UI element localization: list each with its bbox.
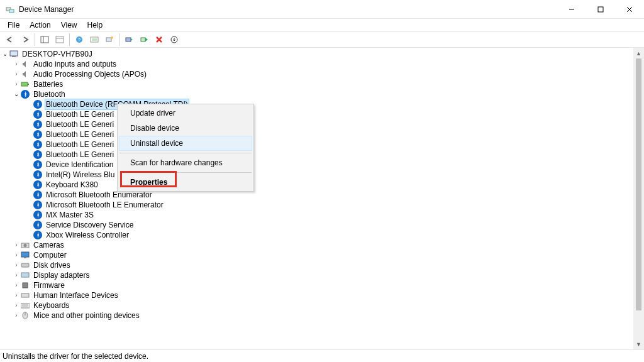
bluetooth-device-item[interactable]: ᚼService Discovery Service <box>0 220 644 230</box>
chevron-down-icon[interactable]: ⌄ <box>13 89 20 99</box>
svg-rect-28 <box>24 257 26 258</box>
category-computer[interactable]: › Computer <box>0 250 644 260</box>
camera-icon <box>20 240 30 250</box>
menu-action[interactable]: Action <box>25 20 55 30</box>
device-label: Microsoft Bluetooth LE Enumerator <box>45 200 165 210</box>
down-arrow-button[interactable] <box>167 33 182 47</box>
device-label: Bluetooth LE Generi <box>45 150 115 160</box>
ctx-uninstall-device[interactable]: Uninstall device <box>119 136 252 151</box>
svg-rect-24 <box>28 84 29 85</box>
ctx-scan-hardware[interactable]: Scan for hardware changes <box>119 155 252 170</box>
bluetooth-device-item[interactable]: ᚼBluetooth LE Generi <box>0 109 644 119</box>
category-apo[interactable]: › Audio Processing Objects (APOs) <box>0 69 644 79</box>
chevron-down-icon[interactable]: ⌄ <box>1 49 9 59</box>
bluetooth-device-item[interactable]: ᚼKeyboard K380 <box>0 180 644 190</box>
bluetooth-icon: ᚼ <box>33 220 43 230</box>
chevron-right-icon[interactable]: › <box>13 280 20 290</box>
close-button[interactable] <box>615 0 644 19</box>
forward-button[interactable] <box>18 33 33 47</box>
bluetooth-device-item[interactable]: ᚼBluetooth LE Generi <box>0 129 644 140</box>
scroll-down-button[interactable]: ▼ <box>633 339 644 349</box>
device-label: Bluetooth LE Generi <box>45 129 115 140</box>
chevron-right-icon[interactable]: › <box>13 270 20 280</box>
menu-view[interactable]: View <box>56 20 82 30</box>
svg-rect-23 <box>21 82 28 86</box>
bluetooth-device-item[interactable]: ᚼMicrosoft Bluetooth LE Enumerator <box>0 200 644 210</box>
chevron-right-icon[interactable]: › <box>13 69 20 79</box>
chevron-right-icon[interactable]: › <box>13 240 20 250</box>
bluetooth-device-item[interactable]: ᚼMicrosoft Bluetooth Enumerator <box>0 190 644 200</box>
ctx-disable-device[interactable]: Disable device <box>119 121 252 136</box>
svg-rect-31 <box>23 283 28 288</box>
svg-rect-8 <box>56 36 64 43</box>
mouse-icon <box>20 310 30 321</box>
device-label: Bluetooth LE Generi <box>45 140 115 150</box>
device-tree[interactable]: ⌄ DESKTOP-VH7B90J › Audio inputs and out… <box>0 48 644 349</box>
category-display[interactable]: › Display adapters <box>0 270 644 280</box>
chevron-right-icon[interactable]: › <box>13 310 20 321</box>
window-title: Device Manager <box>19 5 74 14</box>
svg-rect-21 <box>10 51 18 56</box>
device-label: Bluetooth LE Generi <box>45 119 115 129</box>
category-firmware[interactable]: › Firmware <box>0 280 644 290</box>
category-keyboards[interactable]: › Keyboards <box>0 300 644 310</box>
bluetooth-icon: ᚼ <box>33 230 43 240</box>
scroll-thumb[interactable] <box>636 58 641 310</box>
show-hide-tree-button[interactable] <box>37 33 52 47</box>
category-audio-io[interactable]: › Audio inputs and outputs <box>0 59 644 69</box>
menu-file[interactable]: File <box>3 20 25 30</box>
bluetooth-device-item[interactable]: ᚼDevice Identification <box>0 160 644 170</box>
root-node[interactable]: ⌄ DESKTOP-VH7B90J <box>0 49 644 59</box>
svg-rect-29 <box>21 263 29 267</box>
svg-point-15 <box>111 36 113 39</box>
bluetooth-icon: ᚼ <box>33 210 43 220</box>
scan-button[interactable] <box>102 33 117 47</box>
properties-toolbar-button[interactable] <box>52 33 67 47</box>
ctx-separator <box>119 172 252 173</box>
bluetooth-icon: ᚼ <box>33 99 43 109</box>
ctx-properties[interactable]: Properties <box>119 175 252 190</box>
titlebar: Device Manager <box>0 0 644 19</box>
category-bluetooth[interactable]: ⌄ ᚼ Bluetooth <box>0 89 644 99</box>
bluetooth-icon: ᚼ <box>33 200 43 210</box>
chevron-right-icon[interactable]: › <box>13 79 20 89</box>
help-button[interactable]: ? <box>72 33 87 47</box>
chevron-right-icon[interactable]: › <box>13 59 20 69</box>
scroll-up-button[interactable]: ▲ <box>633 48 644 58</box>
uninstall-device-button[interactable] <box>152 33 167 47</box>
svg-rect-16 <box>126 38 131 41</box>
disable-device-button[interactable] <box>136 33 152 47</box>
bluetooth-icon: ᚼ <box>20 89 30 99</box>
bluetooth-device-item[interactable]: ᚼBluetooth Device (RFCOMM Protocol TDI) <box>0 99 644 109</box>
chevron-right-icon[interactable]: › <box>13 250 20 260</box>
chevron-right-icon[interactable]: › <box>13 290 20 300</box>
category-mice[interactable]: › Mice and other pointing devices <box>0 310 644 321</box>
category-cameras[interactable]: › Cameras <box>0 240 644 250</box>
chevron-right-icon[interactable]: › <box>13 300 20 310</box>
bluetooth-device-item[interactable]: ᚼBluetooth LE Generi <box>0 150 644 160</box>
category-hid[interactable]: › Human Interface Devices <box>0 290 644 300</box>
ctx-update-driver[interactable]: Update driver <box>119 106 252 121</box>
maximize-button[interactable] <box>586 0 615 19</box>
category-batteries[interactable]: › Batteries <box>0 79 644 89</box>
chevron-right-icon[interactable]: › <box>13 260 20 270</box>
update-driver-button[interactable] <box>121 33 136 47</box>
back-button[interactable] <box>3 33 18 47</box>
bluetooth-device-item[interactable]: ᚼBluetooth LE Generi <box>0 119 644 129</box>
bluetooth-device-item[interactable]: ᚼBluetooth LE Generi <box>0 140 644 150</box>
menu-help[interactable]: Help <box>82 20 108 30</box>
bluetooth-device-item[interactable]: ᚼIntel(R) Wireless Blu <box>0 170 644 180</box>
bluetooth-device-item[interactable]: ᚼMX Master 3S <box>0 210 644 220</box>
svg-rect-14 <box>106 38 111 41</box>
status-text: Uninstalls the driver for the selected d… <box>3 352 148 361</box>
svg-point-26 <box>24 244 27 247</box>
minimize-button[interactable] <box>557 0 586 19</box>
bluetooth-icon: ᚼ <box>33 180 43 190</box>
action-button[interactable] <box>87 33 102 47</box>
category-disk[interactable]: › Disk drives <box>0 260 644 270</box>
bluetooth-device-item[interactable]: ᚼXbox Wireless Controller <box>0 230 644 240</box>
device-label: Bluetooth LE Generi <box>45 109 115 119</box>
device-label: Service Discovery Service <box>45 220 135 230</box>
svg-text:?: ? <box>78 37 81 43</box>
vertical-scrollbar[interactable]: ▲ ▼ <box>633 48 644 349</box>
